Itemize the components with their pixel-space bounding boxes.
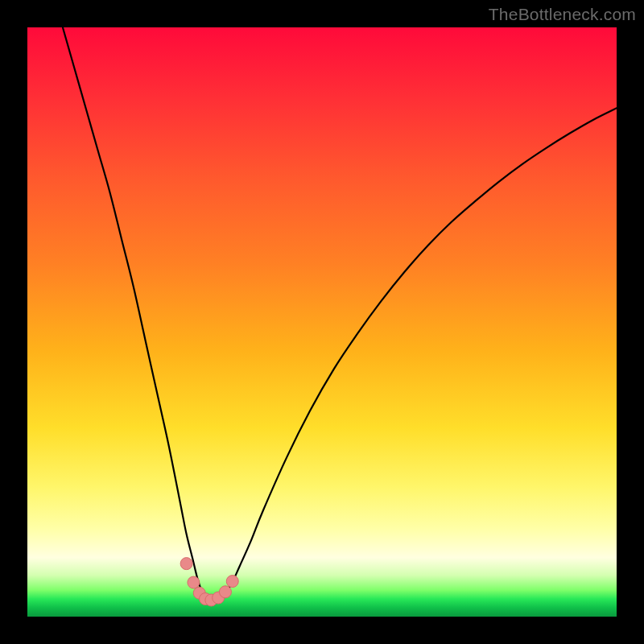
bottleneck-curve bbox=[63, 27, 617, 603]
marker-dot bbox=[219, 586, 231, 598]
marker-dot bbox=[180, 558, 192, 570]
watermark-text: TheBottleneck.com bbox=[489, 5, 636, 24]
marker-dot bbox=[188, 576, 200, 588]
near-optimum-markers bbox=[180, 558, 238, 606]
chart-frame: TheBottleneck.com bbox=[0, 0, 644, 644]
chart-svg bbox=[27, 27, 617, 617]
marker-dot bbox=[226, 576, 238, 588]
chart-plot-area bbox=[27, 27, 617, 617]
